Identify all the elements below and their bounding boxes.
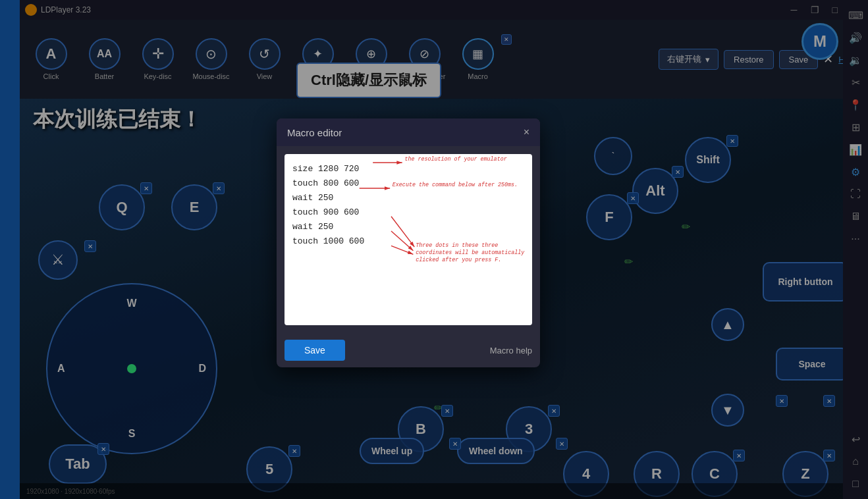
dialog-close-btn[interactable]: × <box>524 126 529 138</box>
dialog-body: size 1280 720 touch 800 600 wait 250 tou… <box>285 154 532 325</box>
svg-text:clicked after you press F.: clicked after you press F. <box>416 257 501 263</box>
code-line-6: touch 1000 600 <box>292 234 524 249</box>
code-line-4: touch 900 600 <box>292 205 524 220</box>
code-line-3: wait 250 <box>292 191 524 205</box>
macro-help-btn[interactable]: Macro help <box>490 346 532 355</box>
dialog-footer: Save Macro help <box>277 333 540 367</box>
code-line-2: touch 800 600 <box>292 176 524 191</box>
code-line-1: size 1280 720 <box>292 162 524 176</box>
macro-save-btn[interactable]: Save <box>285 340 345 361</box>
macro-editor-dialog: Macro editor × size 1280 720 touch 800 6… <box>277 118 540 367</box>
code-line-5: wait 250 <box>292 220 524 234</box>
svg-text:coordinates will be automatica: coordinates will be automatically <box>416 250 525 256</box>
dialog-title: Macro editor <box>287 127 342 138</box>
dialog-header: Macro editor × <box>277 118 540 146</box>
